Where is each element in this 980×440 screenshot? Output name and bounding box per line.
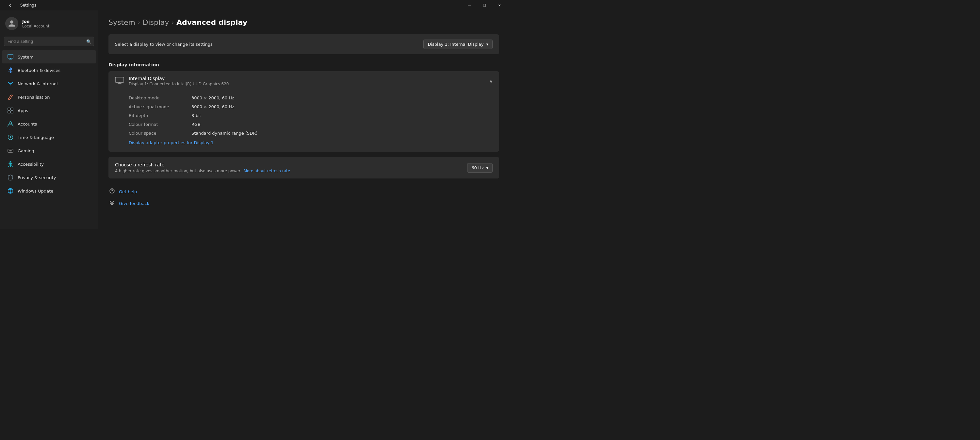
svg-rect-4 [11,111,13,113]
user-info: Joe Local Account [22,19,49,29]
detail-row: Colour space Standard dynamic range (SDR… [129,129,493,138]
display-subtitle: Display 1: Connected to Intel(R) UHD Gra… [129,82,229,86]
minimize-button[interactable]: — [462,0,477,10]
display-name-group: Internal Display Display 1: Connected to… [129,76,229,86]
detail-value: 3000 × 2000, 60 Hz [191,104,234,109]
sidebar-item-personalisation[interactable]: Personalisation [2,91,96,104]
breadcrumb-display[interactable]: Display [142,18,169,27]
sidebar-item-label-time: Time & language [18,135,54,140]
system-icon [7,54,14,60]
sidebar-item-update[interactable]: Windows Update [2,184,96,198]
svg-rect-12 [115,77,124,82]
sidebar-item-gaming[interactable]: Gaming [2,144,96,157]
breadcrumb-system[interactable]: System [108,18,135,27]
back-button[interactable] [3,0,18,10]
sidebar-item-network[interactable]: Network & internet [2,77,96,90]
breadcrumb: System › Display › Advanced display [108,18,499,27]
user-name: Joe [22,19,49,24]
sidebar: Joe Local Account 🔍 System Bluetooth & d… [0,10,98,229]
bluetooth-icon [7,67,14,73]
window-controls: — ❐ ✕ [462,0,507,10]
accounts-icon [7,121,14,127]
display-details: Desktop mode 3000 × 2000, 60 Hz Active s… [108,91,499,152]
detail-row: Desktop mode 3000 × 2000, 60 Hz [129,94,493,102]
svg-rect-1 [8,108,10,110]
display-dropdown-value: Display 1: Internal Display [428,42,484,47]
refresh-desc: A higher rate gives smoother motion, but… [115,169,290,173]
sidebar-item-label-accessibility: Accessibility [18,162,44,167]
refresh-rate-value: 60 Hz [471,166,484,170]
restore-button[interactable]: ❐ [477,0,492,10]
detail-value: 8-bit [191,113,201,118]
display-dropdown[interactable]: Display 1: Internal Display ▾ [423,40,493,49]
detail-label: Desktop mode [129,96,181,100]
adapter-properties-link[interactable]: Display adapter properties for Display 1 [129,140,214,145]
feedback-icon [108,200,116,207]
refresh-title: Choose a refresh rate [115,162,290,167]
search-icon: 🔍 [86,39,91,44]
footer-help-item[interactable]: Get help [108,187,499,197]
display-dropdown-chevron: ▾ [486,42,488,47]
title-bar-left: Settings [3,0,36,10]
svg-point-8 [11,150,12,151]
breadcrumb-current: Advanced display [177,18,247,27]
close-button[interactable]: ✕ [492,0,507,10]
display-header[interactable]: Internal Display Display 1: Connected to… [108,71,499,91]
gaming-icon [7,147,14,154]
title-bar: Settings — ❐ ✕ [0,0,510,10]
display-name: Internal Display [129,76,229,81]
sidebar-item-privacy[interactable]: Privacy & security [2,171,96,184]
sidebar-item-accounts[interactable]: Accounts [2,117,96,131]
detail-label: Colour space [129,131,181,136]
footer-feedback-item[interactable]: Give feedback [108,198,499,209]
sidebar-item-label-accounts: Accounts [18,121,37,126]
apps-icon [7,107,14,114]
sidebar-item-accessibility[interactable]: Accessibility [2,158,96,171]
detail-label: Active signal mode [129,104,181,109]
avatar [5,17,18,30]
sidebar-item-bluetooth[interactable]: Bluetooth & devices [2,64,96,77]
detail-value: 3000 × 2000, 60 Hz [191,96,234,100]
accessibility-icon [7,161,14,167]
feedback-link-text[interactable]: Give feedback [119,201,149,206]
sidebar-item-label-gaming: Gaming [18,148,34,153]
refresh-dropdown-chevron: ▾ [486,166,488,170]
svg-point-9 [11,151,12,151]
network-icon [7,80,14,87]
display-header-left: Internal Display Display 1: Connected to… [115,76,229,86]
footer-links: Get help Give feedback [108,187,499,209]
breadcrumb-sep-2: › [172,19,174,26]
sidebar-item-label-update: Windows Update [18,189,53,193]
refresh-rate-dropdown[interactable]: 60 Hz ▾ [467,163,493,172]
privacy-icon [7,174,14,181]
search-box: 🔍 [4,37,94,46]
app-title: Settings [20,3,36,8]
detail-row: Colour format RGB [129,120,493,129]
svg-rect-2 [11,108,13,110]
sidebar-item-system[interactable]: System [2,50,96,64]
detail-label: Bit depth [129,113,181,118]
sidebar-item-label-network: Network & internet [18,81,58,86]
sidebar-item-label-personalisation: Personalisation [18,95,50,100]
sidebar-item-time[interactable]: Time & language [2,131,96,144]
app-body: Joe Local Account 🔍 System Bluetooth & d… [0,10,510,229]
sidebar-item-apps[interactable]: Apps [2,104,96,117]
search-input[interactable] [4,37,94,46]
display-selector-label: Select a display to view or change its s… [115,42,213,47]
refresh-info: Choose a refresh rate A higher rate give… [115,162,290,173]
sidebar-item-label-system: System [18,54,33,59]
user-account-type: Local Account [22,24,49,29]
help-link-text[interactable]: Get help [119,189,137,194]
help-icon [108,188,116,195]
refresh-more-link[interactable]: More about refresh rate [244,169,290,173]
detail-label: Colour format [129,122,181,127]
breadcrumb-sep-1: › [138,19,140,26]
detail-row: Active signal mode 3000 × 2000, 60 Hz [129,102,493,111]
user-profile[interactable]: Joe Local Account [0,10,98,37]
svg-point-10 [10,161,11,163]
display-selector-bar: Select a display to view or change its s… [108,34,499,54]
update-icon [7,188,14,194]
time-icon [7,134,14,140]
monitor-icon [115,77,124,86]
sidebar-item-label-apps: Apps [18,108,28,113]
